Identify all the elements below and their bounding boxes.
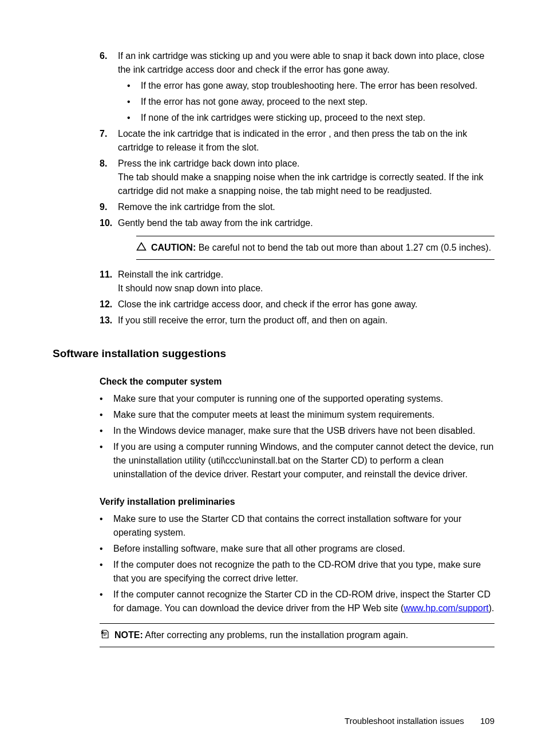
- bullet-dot: •: [100, 392, 113, 406]
- page-number: 109: [480, 716, 494, 726]
- subheading-verify: Verify installation preliminaries: [100, 495, 494, 509]
- list-item: •Make sure that your computer is running…: [100, 392, 494, 406]
- section-heading: Software installation suggestions: [53, 346, 494, 362]
- step-11: 11. Reinstall the ink cartridge. It shou…: [100, 268, 494, 295]
- bullet-dot: •: [100, 424, 113, 438]
- bullet-text: If the computer cannot recognize the Sta…: [113, 588, 494, 615]
- bullet-text: Before installing software, make sure th…: [113, 542, 494, 556]
- bullet-dot: •: [100, 440, 113, 481]
- list-item: •Make sure to use the Starter CD that co…: [100, 512, 494, 540]
- sub-bullet: •If the error has not gone away, proceed…: [127, 95, 494, 109]
- caution-icon: [136, 241, 151, 255]
- step-text: Locate the ink cartridge that is indicat…: [118, 127, 494, 155]
- bullet-text: If none of the ink cartridges were stick…: [141, 111, 494, 125]
- step-text: If an ink cartridge was sticking up and …: [118, 49, 494, 77]
- bullet-dot: •: [100, 512, 113, 540]
- bullet-text: If the error has not gone away, proceed …: [141, 95, 494, 109]
- caution-box: CAUTION: Be careful not to bend the tab …: [136, 236, 494, 260]
- bullet-dot: •: [127, 111, 141, 125]
- bullet-dot: •: [127, 79, 141, 93]
- bullet-text: If the error has gone away, stop trouble…: [141, 79, 494, 93]
- step-text: Press the ink cartridge back down into p…: [118, 157, 494, 171]
- step-number: 9.: [100, 200, 118, 214]
- step-text-extra: The tab should make a snapping noise whe…: [118, 171, 494, 198]
- step-text: If you still receive the error, turn the…: [118, 314, 494, 327]
- step-9: 9. Remove the ink cartridge from the slo…: [100, 200, 494, 214]
- note-box: NOTE: After correcting any problems, run…: [100, 623, 494, 647]
- step-12: 12. Close the ink cartridge access door,…: [100, 298, 494, 311]
- caution-text: Be careful not to bend the tab out more …: [196, 243, 491, 252]
- step-text: Gently bend the tab away from the ink ca…: [118, 216, 494, 230]
- step-text-extra: It should now snap down into place.: [118, 282, 494, 295]
- support-link[interactable]: www.hp.com/support: [403, 603, 489, 613]
- note-text: After correcting any problems, run the i…: [143, 630, 408, 640]
- bullet-text: Make sure that your computer is running …: [113, 392, 494, 406]
- bullet-dot: •: [100, 588, 113, 615]
- bullet-text: Make sure that the computer meets at lea…: [113, 408, 494, 422]
- step-number: 8.: [100, 157, 118, 198]
- bullet-dot: •: [127, 95, 141, 109]
- footer-section: Troubleshoot installation issues: [345, 716, 464, 726]
- bullet-text: Make sure to use the Starter CD that con…: [113, 512, 494, 540]
- list-item: •In the Windows device manager, make sur…: [100, 424, 494, 438]
- bullet-text: If you are using a computer running Wind…: [113, 440, 494, 481]
- step-text: Remove the ink cartridge from the slot.: [118, 200, 494, 214]
- step-number: 7.: [100, 127, 118, 155]
- sub-bullet: •If none of the ink cartridges were stic…: [127, 111, 494, 125]
- list-item: •If the computer cannot recognize the St…: [100, 588, 494, 615]
- note-label: NOTE:: [114, 630, 143, 640]
- step-number: 6.: [100, 49, 118, 125]
- bullet-dot: •: [100, 558, 113, 585]
- step-number: 10.: [100, 216, 118, 266]
- list-item: •Before installing software, make sure t…: [100, 542, 494, 556]
- step-text: Close the ink cartridge access door, and…: [118, 298, 494, 311]
- list-item: •If you are using a computer running Win…: [100, 440, 494, 481]
- step-text: Reinstall the ink cartridge.: [118, 268, 494, 282]
- list-item: •Make sure that the computer meets at le…: [100, 408, 494, 422]
- subheading-check: Check the computer system: [100, 375, 494, 389]
- step-13: 13. If you still receive the error, turn…: [100, 314, 494, 327]
- step-8: 8. Press the ink cartridge back down int…: [100, 157, 494, 198]
- step-number: 12.: [100, 298, 118, 311]
- bullet-text: In the Windows device manager, make sure…: [113, 424, 494, 438]
- note-icon: [100, 628, 114, 642]
- bullet-text: If the computer does not recognize the p…: [113, 558, 494, 585]
- bullet-dot: •: [100, 542, 113, 556]
- caution-label: CAUTION:: [151, 243, 196, 252]
- step-6: 6. If an ink cartridge was sticking up a…: [100, 49, 494, 125]
- sub-bullet: •If the error has gone away, stop troubl…: [127, 79, 494, 93]
- step-number: 13.: [100, 314, 118, 327]
- list-item: •If the computer does not recognize the …: [100, 558, 494, 585]
- step-number: 11.: [100, 268, 118, 295]
- page-footer: Troubleshoot installation issues 109: [345, 715, 494, 728]
- step-10: 10. Gently bend the tab away from the in…: [100, 216, 494, 266]
- step-7: 7. Locate the ink cartridge that is indi…: [100, 127, 494, 155]
- bullet-dot: •: [100, 408, 113, 422]
